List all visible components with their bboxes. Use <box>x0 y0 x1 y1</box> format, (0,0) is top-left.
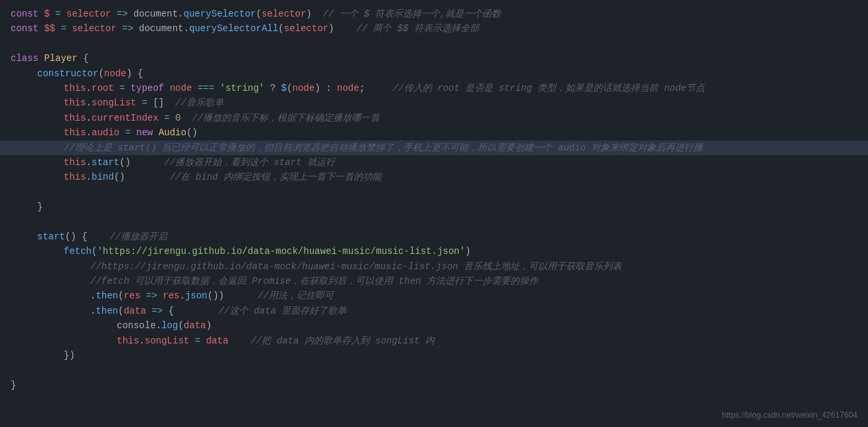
code-line-17: fetch ( 'https://jirengu.github.io/data-… <box>0 244 868 259</box>
this-7: this <box>117 334 139 348</box>
param-node: node <box>104 66 127 81</box>
code-line-22: console. log ( data ) <box>0 318 868 333</box>
comment-2: // 两个 $$ 符表示选择全部 <box>356 21 479 36</box>
this-6: this <box>64 170 86 184</box>
prop-songlist2: songList <box>145 334 189 348</box>
op-arrow3: => <box>146 288 157 303</box>
code-line-4: class Player { <box>0 51 868 66</box>
this-2: this <box>64 95 86 110</box>
watermark: https://blog.csdn.net/weixin_42617604 <box>722 409 857 422</box>
code-line-19: //fetch 可以用于获取数据，会返回 Promise，在获取到后，可以使用 … <box>0 274 868 288</box>
data-arg: data <box>184 318 206 333</box>
code-line-16: start () { //播放器开启 <box>0 229 868 244</box>
arg-selector2: selector <box>284 21 328 36</box>
code-block: const $ = selector => document. querySel… <box>0 0 868 399</box>
comment-songlist2: //把 data 内的歌单存入到 songList 内 <box>251 334 435 348</box>
code-line-26: } <box>0 378 868 393</box>
comment-fetch: //fetch 可以用于获取数据，会返回 Promise，在获取到后，可以使用 … <box>90 274 538 288</box>
comment-1: // 一个 $ 符表示选择一个,就是一个函数 <box>323 7 502 21</box>
op-assign5: = <box>195 334 200 348</box>
op-assign2: = <box>142 95 147 110</box>
code-line-14: } <box>0 200 868 214</box>
res-ref: res <box>163 288 179 303</box>
this-3: this <box>64 111 86 125</box>
this-4: this <box>64 125 86 140</box>
method-fetch: fetch <box>64 244 92 259</box>
code-line-11: this . start () //播放器开始，看到这个 start 就运行 <box>0 155 868 170</box>
keyword-class: class <box>11 51 38 66</box>
node-else: node <box>337 81 360 95</box>
class-player: Player <box>44 51 77 66</box>
method-then1: then <box>96 288 118 303</box>
comment-long: //理论上是 start() 后已经可以正常播放的，但目前浏览器把自动播放禁掉了… <box>64 141 703 155</box>
data-ref: data <box>206 334 228 348</box>
code-line-23: this . songList = data //把 data 内的歌单存入到 … <box>0 334 868 348</box>
class-audio: Audio <box>159 125 186 140</box>
constructor-fn: constructor <box>37 66 98 81</box>
method-queryselector: querySelector <box>184 7 256 21</box>
keyword-typeof: typeof <box>131 81 164 95</box>
code-line-15 <box>0 214 868 229</box>
code-line-5: constructor ( node ) { <box>0 66 868 81</box>
method-log: log <box>161 318 178 333</box>
op-arrow: => <box>117 7 128 21</box>
prop-currentindex: currentIndex <box>92 111 159 125</box>
node-arg: node <box>293 81 315 95</box>
var-dollar: $ <box>44 7 49 21</box>
comment-bind: //在 bind 内绑定按钮，实现上一首下一首的功能 <box>170 170 382 184</box>
code-line-7: this . songList = [] //音乐歌单 <box>0 95 868 110</box>
var-dollar2: $$ <box>44 21 55 36</box>
method-start-def: start <box>37 229 65 244</box>
comment-then1: //用法，记住即可 <box>257 288 334 303</box>
param-res: res <box>123 288 140 303</box>
comment-start-def: //播放器开启 <box>109 229 167 244</box>
param-selector2: selector <box>72 21 116 36</box>
code-line-25 <box>0 363 868 377</box>
op-eq2: = <box>61 21 66 36</box>
param-selector: selector <box>66 7 111 21</box>
code-line-20: . then ( res => res . json ()) //用法，记住即可 <box>0 288 868 303</box>
comment-url: //https://jirengu.github.io/data-mock/hu… <box>90 259 622 274</box>
str-string: 'string' <box>220 81 264 95</box>
op-eq: = <box>55 7 60 21</box>
code-line-12: this . bind () //在 bind 内绑定按钮，实现上一首下一首的功… <box>0 170 868 184</box>
comment-root: //传入的 root 是否是 string 类型，如果是的话就选择当前 node… <box>393 81 705 95</box>
op-assign3: = <box>164 111 169 125</box>
node-ref: node <box>170 81 192 95</box>
code-line-9: this . audio = new Audio () <box>0 125 868 140</box>
comment-data: //这个 data 里面存好了歌单 <box>218 304 346 318</box>
comment-currentindex: //播放的音乐下标，根据下标确定播放哪一首 <box>192 111 380 125</box>
prop-audio: audio <box>92 125 119 140</box>
num-zero: 0 <box>175 111 181 125</box>
prop-root: root <box>92 81 114 95</box>
method-then2: then <box>96 304 118 318</box>
keyword-const2: const <box>11 21 38 36</box>
code-line-3 <box>0 36 868 51</box>
code-line-13 <box>0 185 868 200</box>
method-json: json <box>185 288 208 303</box>
op-strict: === <box>198 81 214 95</box>
str-url: 'https://jirengu.github.io/data-mock/hua… <box>97 244 465 259</box>
arg-selector: selector <box>261 7 306 21</box>
op-assign1: = <box>119 81 125 95</box>
op-arrow4: => <box>151 304 163 318</box>
this-1: this <box>64 81 86 95</box>
code-line-24: }) <box>0 348 868 363</box>
code-line-2: const $$ = selector => document. querySe… <box>0 21 868 36</box>
keyword-const: const <box>11 7 38 21</box>
method-queryselectorall: querySelectorAll <box>189 21 278 36</box>
code-line-8: this . currentIndex = 0 //播放的音乐下标，根据下标确定… <box>0 111 868 125</box>
code-line-6: this . root = typeof node === 'string' ?… <box>0 81 868 95</box>
code-line-1: const $ = selector => document. querySel… <box>0 7 868 21</box>
code-line-21: . then ( data => { //这个 data 里面存好了歌单 <box>0 304 868 318</box>
code-line-18: //https://jirengu.github.io/data-mock/hu… <box>0 259 868 274</box>
fn-dollar-call: $ <box>281 81 287 95</box>
op-arrow2: => <box>122 21 133 36</box>
comment-songlist: //音乐歌单 <box>175 95 224 110</box>
this-5: this <box>64 155 86 170</box>
prop-songlist: songList <box>92 95 136 110</box>
code-line-10: //理论上是 start() 后已经可以正常播放的，但目前浏览器把自动播放禁掉了… <box>0 141 868 155</box>
op-assign4: = <box>125 125 130 140</box>
keyword-new: new <box>136 125 153 140</box>
param-data: data <box>123 304 146 318</box>
